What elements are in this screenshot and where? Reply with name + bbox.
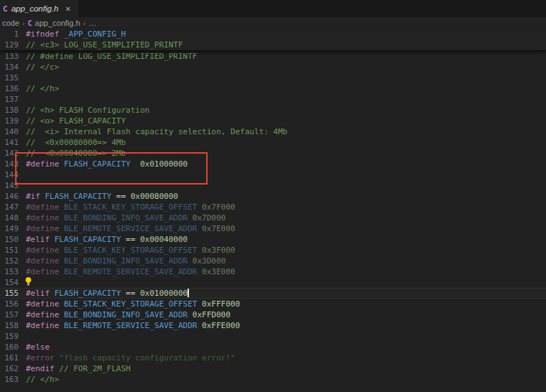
lightbulb-icon[interactable]: [24, 277, 32, 289]
line-number[interactable]: 140: [0, 126, 19, 137]
code-line[interactable]: 136// </h>: [0, 83, 546, 94]
code-line[interactable]: 140// <i> Internal Flash capacity select…: [0, 126, 546, 137]
code-text[interactable]: #define BLE_STACK_KEY_STORAGE_OFFSET 0x3…: [26, 245, 546, 256]
line-number[interactable]: 160: [0, 342, 19, 353]
code-text[interactable]: #error "flash capacity configuration err…: [26, 353, 546, 363]
code-line[interactable]: 151#define BLE_STACK_KEY_STORAGE_OFFSET …: [0, 245, 546, 256]
code-line[interactable]: 153#define BLE_REMOTE_SERVICE_SAVE_ADDR …: [0, 266, 546, 277]
code-line[interactable]: 158#define BLE_REMOTE_SERVICE_SAVE_ADDR …: [0, 320, 546, 331]
code-line[interactable]: 144: [0, 169, 546, 180]
code-text[interactable]: // <0x00080000=> 4Mb: [26, 137, 546, 148]
code-line[interactable]: 143#define FLASH_CAPACITY 0x01000000: [0, 159, 546, 169]
code-text[interactable]: // <h> FLASH Configuration: [26, 105, 546, 116]
line-number[interactable]: 136: [0, 83, 19, 94]
line-number[interactable]: 138: [0, 105, 19, 116]
code-text[interactable]: #define BLE_REMOTE_SERVICE_SAVE_ADDR 0x3…: [26, 266, 546, 277]
code-line[interactable]: 138// <h> FLASH Configuration: [0, 105, 546, 116]
code-line[interactable]: 157#define BLE_BONDING_INFO_SAVE_ADDR 0x…: [0, 309, 546, 320]
line-number[interactable]: 155: [0, 288, 19, 299]
code-text[interactable]: #define BLE_REMOTE_SERVICE_SAVE_ADDR 0xF…: [26, 320, 546, 331]
code-text[interactable]: // <o> FLASH_CAPACITY: [26, 116, 546, 126]
line-number[interactable]: 163: [0, 374, 19, 385]
line-number[interactable]: 146: [0, 191, 19, 202]
code-text[interactable]: #define BLE_REMOTE_SERVICE_SAVE_ADDR 0x7…: [26, 223, 546, 234]
code-line[interactable]: 163// </h>: [0, 374, 546, 385]
line-number[interactable]: 157: [0, 309, 19, 320]
code-text[interactable]: #elif FLASH_CAPACITY == 0x00040000: [26, 234, 546, 245]
breadcrumb-folder[interactable]: code: [2, 19, 19, 27]
code-text[interactable]: #if FLASH_CAPACITY == 0x00080000: [26, 191, 546, 202]
code-line[interactable]: 147#define BLE_STACK_KEY_STORAGE_OFFSET …: [0, 202, 546, 213]
line-number[interactable]: 143: [0, 159, 19, 169]
line-number[interactable]: 154: [0, 277, 19, 288]
code-text[interactable]: // </c>: [26, 62, 546, 73]
line-number[interactable]: 151: [0, 245, 19, 256]
line-number[interactable]: 150: [0, 234, 19, 245]
line-number[interactable]: 158: [0, 320, 19, 331]
tab-app-config-h[interactable]: C app_config.h ✕: [0, 0, 78, 17]
code-line[interactable]: 152#define BLE_BONDING_INFO_SAVE_ADDR 0x…: [0, 256, 546, 266]
line-number[interactable]: 162: [0, 363, 19, 374]
line-number[interactable]: 161: [0, 353, 19, 363]
line-number[interactable]: 141: [0, 137, 19, 148]
code-line[interactable]: 137: [0, 94, 546, 105]
code-line[interactable]: 139// <o> FLASH_CAPACITY: [0, 116, 546, 126]
code-line[interactable]: 148#define BLE_BONDING_INFO_SAVE_ADDR 0x…: [0, 213, 546, 223]
code-line[interactable]: 149#define BLE_REMOTE_SERVICE_SAVE_ADDR …: [0, 223, 546, 234]
line-number[interactable]: 152: [0, 256, 19, 266]
code-text[interactable]: #define BLE_BONDING_INFO_SAVE_ADDR 0x7D0…: [26, 213, 546, 223]
code-line[interactable]: 160#else: [0, 342, 546, 353]
code-line[interactable]: 156#define BLE_STACK_KEY_STORAGE_OFFSET …: [0, 299, 546, 309]
code-text[interactable]: [26, 169, 546, 180]
code-line[interactable]: 1#ifndef _APP_CONFIG_H: [0, 29, 546, 39]
line-number[interactable]: 149: [0, 223, 19, 234]
code-line[interactable]: 129// <c3> LOG_USE_SIMPLIFIED_PRINTF: [0, 39, 546, 50]
code-text[interactable]: #ifndef _APP_CONFIG_H: [26, 29, 546, 39]
code-line[interactable]: 154: [0, 277, 546, 288]
code-text[interactable]: [26, 331, 546, 342]
code-text[interactable]: // #define LOG_USE_SIMPLIFIED_PRINTF: [26, 51, 546, 62]
code-text[interactable]: // <0x00040000=> 2Mb: [26, 148, 546, 159]
breadcrumb-symbol-more[interactable]: …: [88, 19, 96, 27]
line-number[interactable]: 144: [0, 169, 19, 180]
code-text[interactable]: #define BLE_STACK_KEY_STORAGE_OFFSET 0x7…: [26, 202, 546, 213]
code-line[interactable]: 145: [0, 180, 546, 191]
code-text[interactable]: #define BLE_STACK_KEY_STORAGE_OFFSET 0xF…: [26, 299, 546, 309]
code-line[interactable]: 155#elif FLASH_CAPACITY == 0x01000000: [0, 288, 546, 299]
code-line[interactable]: 135: [0, 73, 546, 83]
code-line[interactable]: 150#elif FLASH_CAPACITY == 0x00040000: [0, 234, 546, 245]
line-number[interactable]: 148: [0, 213, 19, 223]
line-number[interactable]: 159: [0, 331, 19, 342]
line-number[interactable]: 134: [0, 62, 19, 73]
line-number[interactable]: 156: [0, 299, 19, 309]
code-line[interactable]: 141// <0x00080000=> 4Mb: [0, 137, 546, 148]
breadcrumb-file[interactable]: app_config.h: [35, 19, 80, 27]
code-text[interactable]: #endif // FOR_2M_FLASH: [26, 363, 546, 374]
line-number[interactable]: 145: [0, 180, 19, 191]
line-number[interactable]: 153: [0, 266, 19, 277]
code-text[interactable]: #elif FLASH_CAPACITY == 0x01000000: [26, 288, 546, 299]
code-text[interactable]: #define FLASH_CAPACITY 0x01000000: [26, 159, 546, 169]
line-number[interactable]: 147: [0, 202, 19, 213]
code-line[interactable]: 134// </c>: [0, 62, 546, 73]
code-text[interactable]: [26, 73, 546, 83]
code-line[interactable]: 146#if FLASH_CAPACITY == 0x00080000: [0, 191, 546, 202]
line-number[interactable]: 129: [0, 39, 19, 50]
code-text[interactable]: #define BLE_BONDING_INFO_SAVE_ADDR 0xFFD…: [26, 309, 546, 320]
line-number[interactable]: 137: [0, 94, 19, 105]
close-icon[interactable]: ✕: [65, 5, 71, 13]
line-number[interactable]: 142: [0, 148, 19, 159]
line-number[interactable]: 133: [0, 51, 19, 62]
line-number[interactable]: 135: [0, 73, 19, 83]
code-line[interactable]: 142// <0x00040000=> 2Mb: [0, 148, 546, 159]
code-line[interactable]: 162#endif // FOR_2M_FLASH: [0, 363, 546, 374]
code-text[interactable]: // </h>: [26, 83, 546, 94]
code-line[interactable]: 133// #define LOG_USE_SIMPLIFIED_PRINTF: [0, 51, 546, 62]
code-text[interactable]: [26, 94, 546, 105]
code-line[interactable]: 159: [0, 331, 546, 342]
code-text[interactable]: // <c3> LOG_USE_SIMPLIFIED_PRINTF: [26, 39, 546, 50]
line-number[interactable]: 139: [0, 116, 19, 126]
code-text[interactable]: // </h>: [26, 374, 546, 385]
code-text[interactable]: // <i> Internal Flash capacity selection…: [26, 126, 546, 137]
code-text[interactable]: #define BLE_BONDING_INFO_SAVE_ADDR 0x3D0…: [26, 256, 546, 266]
